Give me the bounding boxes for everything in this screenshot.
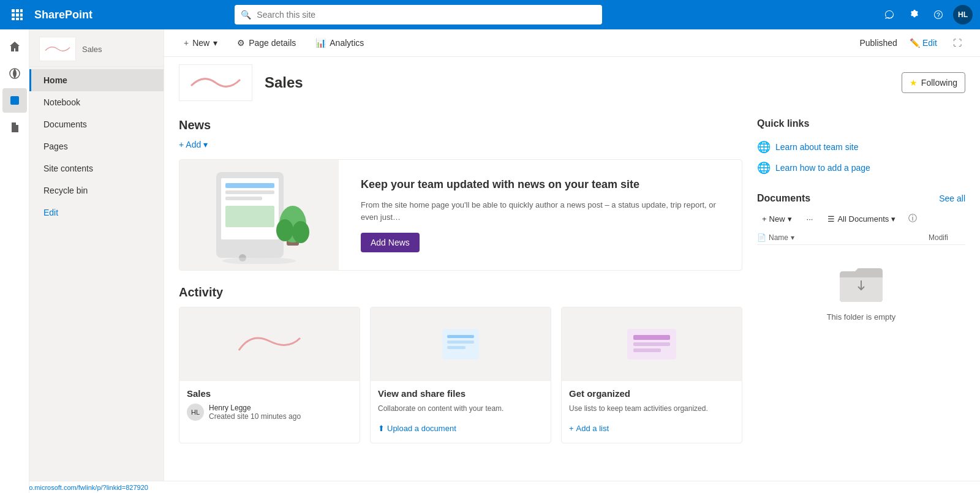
svg-rect-23	[442, 329, 479, 359]
analytics-icon: 📊	[315, 38, 326, 48]
activity-card-sales: Sales HL Henry Legge Created site 10 min…	[179, 307, 360, 443]
nav-home-icon[interactable]	[2, 34, 27, 59]
svg-rect-0	[12, 9, 15, 12]
activity-card-image-2	[371, 307, 551, 381]
news-description: From the site home page you'll be able t…	[361, 199, 732, 223]
activity-card-content-3: Get organized Use lists to keep team act…	[562, 381, 742, 443]
svg-rect-14	[225, 190, 274, 194]
news-card-content: Keep your team updated with news on your…	[351, 160, 742, 270]
site-name: Sales	[265, 74, 303, 91]
activity-card-desc-2: Collaborate on content with your team.	[378, 404, 543, 414]
right-column: Quick links 🌐 Learn about team site 🌐 Le…	[757, 118, 965, 443]
top-bar: SharePoint 🔍 HL	[0, 0, 980, 29]
quick-links-title: Quick links	[757, 118, 965, 129]
empty-folder: This folder is empty	[757, 250, 965, 334]
activity-card-content-1: Sales HL Henry Legge Created site 10 min…	[179, 381, 360, 428]
docs-more-icon: ···	[807, 214, 813, 224]
svg-rect-15	[225, 197, 262, 200]
quick-link-1[interactable]: 🌐 Learn about team site	[757, 137, 965, 157]
following-button[interactable]: ★ Following	[902, 72, 965, 93]
quick-link-2[interactable]: 🌐 Learn how to add a page	[757, 157, 965, 178]
all-docs-select[interactable]: ☰ All Documents ▾	[823, 212, 900, 226]
sidebar-item-documents[interactable]: Documents	[29, 113, 164, 135]
add-list-link[interactable]: + Add a list	[569, 421, 734, 435]
documents-section: Documents See all + New ▾ ··· ☰	[757, 193, 965, 334]
settings-icon[interactable]	[904, 5, 924, 24]
edit-pencil-icon: ✏️	[910, 38, 920, 48]
sidebar-item-notebook[interactable]: Notebook	[29, 91, 164, 113]
see-all-link[interactable]: See all	[939, 194, 965, 203]
svg-rect-28	[633, 335, 670, 340]
user-info-1: Henry Legge Created site 10 minutes ago	[209, 404, 301, 421]
feedback-icon[interactable]	[880, 5, 899, 24]
published-badge: Published	[859, 38, 897, 48]
activity-card-title-2: View and share files	[378, 388, 543, 399]
waffle-icon[interactable]	[7, 5, 27, 24]
grid-icon: ☰	[827, 214, 835, 224]
edit-button[interactable]: ✏️ Edit	[905, 34, 942, 51]
sharepoint-logo[interactable]: SharePoint	[34, 9, 92, 21]
left-nav	[0, 29, 29, 493]
sidebar: Sales Home Notebook Documents Pages Site…	[29, 29, 164, 493]
nav-sites-icon[interactable]	[2, 61, 27, 86]
svg-rect-2	[20, 9, 23, 12]
expand-button[interactable]: ⛶	[949, 34, 965, 51]
activity-cards: Sales HL Henry Legge Created site 10 min…	[179, 307, 742, 443]
avatar[interactable]: HL	[953, 5, 973, 24]
docs-new-button[interactable]: + New ▾	[757, 212, 797, 226]
svg-point-22	[222, 257, 296, 264]
search-input[interactable]	[235, 5, 602, 24]
svg-rect-25	[447, 341, 474, 344]
add-news-btn[interactable]: + Add ▾	[179, 140, 742, 149]
file-icon: 📄	[757, 233, 766, 242]
docs-chevron-icon: ▾	[891, 214, 895, 224]
plus-icon: +	[184, 38, 189, 48]
activity-card-files: View and share files Collaborate on cont…	[370, 307, 551, 443]
sidebar-item-pages[interactable]: Pages	[29, 135, 164, 157]
svg-rect-8	[20, 18, 23, 20]
upload-document-link[interactable]: ⬆ Upload a document	[378, 421, 543, 435]
activity-card-content-2: View and share files Collaborate on cont…	[371, 381, 551, 443]
sidebar-item-site-contents[interactable]: Site contents	[29, 157, 164, 179]
activity-card-title-1: Sales	[187, 388, 352, 399]
docs-more-button[interactable]: ···	[802, 212, 818, 226]
docs-info-icon[interactable]: ⓘ	[905, 211, 920, 226]
docs-plus-icon: +	[762, 214, 767, 224]
news-card: Keep your team updated with news on your…	[179, 159, 742, 271]
nav-sharepoint-icon[interactable]	[2, 88, 27, 113]
sidebar-item-recycle-bin[interactable]: Recycle bin	[29, 179, 164, 201]
analytics-button[interactable]: 📊 Analytics	[311, 34, 369, 51]
help-icon[interactable]	[929, 5, 948, 24]
docs-columns: 📄 Name ▾ Modifi	[757, 231, 965, 245]
site-header-mini: Sales	[29, 29, 164, 66]
activity-section: Activity Sales	[179, 285, 742, 443]
globe-icon-1: 🌐	[757, 140, 771, 154]
site-logo-main	[179, 64, 252, 101]
new-button[interactable]: + New ▾	[179, 34, 222, 51]
left-column: News + Add ▾	[179, 118, 742, 443]
docs-col-name: 📄 Name ▾	[757, 233, 929, 242]
top-bar-actions: HL	[880, 5, 973, 24]
empty-folder-text: This folder is empty	[827, 312, 896, 322]
activity-card-image-1	[179, 307, 360, 381]
sidebar-item-edit[interactable]: Edit	[29, 201, 164, 224]
svg-rect-26	[447, 346, 466, 349]
star-icon: ★	[910, 78, 918, 88]
sidebar-nav: Home Notebook Documents Pages Site conte…	[29, 67, 164, 226]
svg-point-20	[276, 219, 293, 241]
news-card-image	[179, 160, 339, 270]
add-icon: +	[569, 424, 574, 433]
page-details-button[interactable]: ⚙ Page details	[232, 34, 301, 51]
site-title-mini: Sales	[82, 45, 102, 54]
activity-card-footer-1: HL Henry Legge Created site 10 minutes a…	[187, 404, 352, 421]
news-section-title: News	[179, 118, 742, 132]
svg-rect-13	[225, 183, 274, 188]
add-news-button[interactable]: Add News	[361, 233, 420, 252]
svg-rect-29	[633, 342, 670, 346]
sidebar-item-home[interactable]: Home	[29, 69, 164, 91]
dropdown-icon: ▾	[203, 140, 208, 149]
activity-card-desc-3: Use lists to keep team activities organi…	[569, 404, 734, 414]
docs-header: Documents See all	[757, 193, 965, 204]
svg-rect-6	[12, 18, 15, 20]
nav-pages-icon[interactable]	[2, 115, 27, 140]
